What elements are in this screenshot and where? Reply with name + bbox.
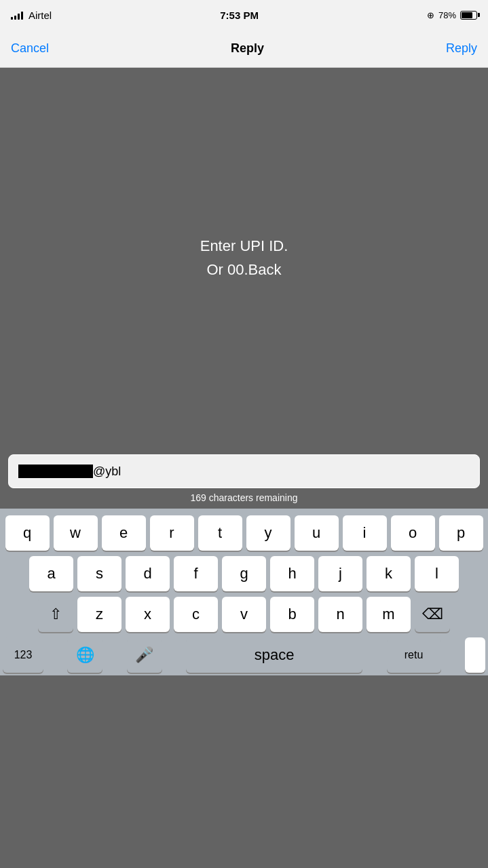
keyboard: q w e r t y u i o p a s d f g h j k l ⇧ … [0,509,488,675]
shift-icon: ⇧ [50,606,62,623]
space-label: space [255,646,295,664]
key-p[interactable]: p [439,515,483,551]
key-u[interactable]: u [295,515,339,551]
key-y[interactable]: y [246,515,290,551]
key-c[interactable]: c [174,597,218,632]
return-label: retu [405,649,424,661]
key-j[interactable]: j [318,556,362,591]
signal-bar-3 [18,14,20,20]
key-n[interactable]: n [318,597,362,632]
key-i[interactable]: i [343,515,387,551]
signal-bar-2 [14,16,16,20]
numbers-key[interactable]: 123 [3,637,43,673]
key-q[interactable]: q [5,515,50,551]
cancel-button[interactable]: Cancel [11,41,49,56]
return-key[interactable]: retu [387,637,441,673]
key-v[interactable]: v [222,597,266,632]
key-r[interactable]: r [150,515,194,551]
text-input-field[interactable]: @ybl [8,454,480,488]
key-x[interactable]: x [126,597,170,632]
key-z[interactable]: z [77,597,121,632]
battery-fill [462,12,472,18]
keyboard-row-3: ⇧ z x c v b n m ⌫ [3,597,485,632]
globe-icon: 🌐 [76,646,94,664]
content-area: Enter UPI ID. Or 00.Back [0,68,488,448]
nav-title: Reply [231,41,264,56]
delete-icon: ⌫ [422,606,443,623]
carrier-name: Airtel [29,9,52,21]
reply-button[interactable]: Reply [446,41,477,56]
input-suffix: @ybl [93,465,121,479]
key-m[interactable]: m [367,597,411,632]
space-key[interactable]: space [186,637,362,673]
signal-bars [11,10,23,20]
keyboard-row-bottom: 123 🌐 🎤 space retu [3,637,485,673]
nav-bar: Cancel Reply Reply [0,30,488,68]
key-h[interactable]: h [270,556,314,591]
key-f[interactable]: f [174,556,218,591]
keyboard-row-2: a s d f g h j k l [3,556,485,591]
status-right: ⊕ 78% [427,10,477,20]
content-line1: Enter UPI ID. [200,234,288,258]
key-k[interactable]: k [367,556,411,591]
key-w[interactable]: w [54,515,98,551]
input-redacted [18,465,93,478]
key-d[interactable]: d [126,556,170,591]
battery-percent: 78% [438,10,456,20]
signal-bar-1 [11,17,13,20]
key-a[interactable]: a [29,556,73,591]
mic-key[interactable]: 🎤 [127,637,162,673]
key-o[interactable]: o [391,515,435,551]
content-line2: Or 00.Back [200,258,288,281]
key-b[interactable]: b [270,597,314,632]
numbers-label: 123 [14,649,33,661]
key-t[interactable]: t [198,515,242,551]
signal-bar-4 [21,12,23,20]
status-bar: Airtel 7:53 PM ⊕ 78% [0,0,488,30]
battery-icon [460,11,477,20]
mic-icon: 🎤 [135,646,153,664]
char-count: 169 characters remaining [8,492,480,503]
key-s[interactable]: s [77,556,121,591]
status-time: 7:53 PM [220,9,259,21]
globe-key[interactable]: 🌐 [67,637,102,673]
shift-key[interactable]: ⇧ [38,597,73,632]
location-icon: ⊕ [427,10,434,20]
status-left: Airtel [11,9,52,21]
delete-key[interactable]: ⌫ [415,597,450,632]
input-area: @ybl 169 characters remaining [0,448,488,509]
key-g[interactable]: g [222,556,266,591]
key-l[interactable]: l [415,556,459,591]
key-e[interactable]: e [102,515,146,551]
content-message: Enter UPI ID. Or 00.Back [200,234,288,281]
keyboard-row-1: q w e r t y u i o p [3,515,485,551]
return-key-extra [465,637,485,673]
